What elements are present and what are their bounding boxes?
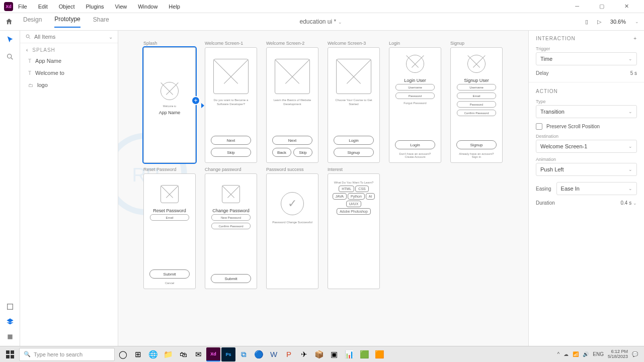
play-icon[interactable]: ▷ — [597, 19, 601, 25]
layers-search-input[interactable] — [34, 34, 109, 40]
taskbar-taskview-icon[interactable]: ⊞ — [131, 347, 145, 361]
tray-volume-icon[interactable]: 🔊 — [583, 351, 589, 357]
artboard-label[interactable]: Splash — [143, 41, 196, 46]
taskbar-store-icon[interactable]: 🛍 — [176, 347, 190, 361]
artboard-label[interactable]: Password success — [266, 167, 318, 172]
library-icon[interactable] — [6, 303, 14, 311]
delay-value[interactable]: 5 s — [630, 70, 637, 76]
taskbar-explorer-icon[interactable]: 📁 — [161, 347, 175, 361]
type-select[interactable]: Transition⌄ — [536, 105, 637, 118]
artboard[interactable]: Reset PasswordReset PasswordEmailSubmitC… — [143, 167, 196, 289]
artboard-label[interactable]: Change password — [205, 167, 257, 172]
menu-edit[interactable]: Edit — [38, 4, 48, 10]
home-icon[interactable] — [5, 18, 13, 26]
tab-share[interactable]: Share — [93, 16, 109, 27]
taskbar-chrome-icon[interactable]: 🔵 — [252, 347, 266, 361]
artboard-screen[interactable]: Choose Your Course to Get StartedLoginSi… — [328, 47, 380, 163]
artboard-label[interactable]: Welcome Screen-3 — [328, 41, 380, 46]
artboard-screen[interactable]: Login UserUsernamePasswordForgot Passwor… — [389, 47, 441, 163]
tray-clock[interactable]: 6:12 PM5/18/2023 — [608, 349, 628, 359]
artboard[interactable]: Change passwordChange PasswordNew Passwo… — [205, 167, 257, 289]
start-button[interactable] — [2, 347, 18, 361]
trigger-select[interactable]: Time⌄ — [536, 52, 637, 65]
tab-prototype[interactable]: Prototype — [54, 16, 80, 28]
tab-design[interactable]: Design — [23, 16, 42, 27]
layer-item[interactable]: TWelcome to — [20, 67, 118, 79]
plugins-icon[interactable] — [6, 333, 14, 341]
artboard-label[interactable]: Login — [389, 41, 441, 46]
artboard-screen[interactable]: ✓Password Change Successful — [266, 173, 318, 289]
taskbar-app-icon[interactable]: 🟩 — [357, 347, 371, 361]
taskbar-xd-icon[interactable]: Xd — [206, 347, 220, 361]
zoom-tool-icon[interactable] — [6, 53, 14, 61]
artboard[interactable]: InterestWhat Do You Want To Learn?HTMLCS… — [328, 167, 380, 289]
taskbar-cortana-icon[interactable]: ◯ — [116, 347, 130, 361]
menu-window[interactable]: Window — [138, 4, 157, 10]
tray-cloud-icon[interactable]: ☁ — [564, 351, 569, 357]
taskbar-app-icon[interactable]: 📊 — [342, 347, 356, 361]
artboard-screen[interactable]: Reset PasswordEmailSubmitCancel — [143, 173, 196, 289]
wire-field: Username — [457, 84, 496, 90]
placeholder-image-icon — [275, 59, 310, 94]
menu-object[interactable]: Object — [59, 4, 75, 10]
artboard-label[interactable]: Welcome Screen-2 — [266, 41, 318, 46]
taskbar-search[interactable]: 🔍Type here to search — [19, 348, 115, 361]
artboard[interactable]: SplashWelcome toApp Name+ — [143, 41, 196, 163]
taskbar-mail-icon[interactable]: ✉ — [191, 347, 205, 361]
menu-file[interactable]: File — [18, 4, 27, 10]
taskbar-ps-icon[interactable]: Ps — [221, 347, 235, 361]
filter-chevron-icon[interactable]: ⌄ — [109, 34, 113, 40]
taskbar-app-icon[interactable]: 📦 — [312, 347, 326, 361]
artboard[interactable]: LoginLogin UserUsernamePasswordForgot Pa… — [389, 41, 441, 163]
breadcrumb-back-icon[interactable]: ‹ — [26, 47, 28, 53]
artboard-label[interactable]: Signup — [450, 41, 503, 46]
prototype-connector-icon[interactable]: + — [191, 96, 200, 105]
artboard[interactable]: Welcome Screen-2Learn the Basics of Webs… — [266, 41, 318, 163]
minimize-icon[interactable]: ─ — [575, 3, 579, 10]
maximize-icon[interactable]: ▢ — [599, 3, 604, 10]
menu-plugins[interactable]: Plugins — [86, 4, 104, 10]
duration-value[interactable]: 0.4 s ⌄ — [621, 200, 637, 206]
artboard-screen[interactable]: Welcome toApp Name+ — [143, 47, 196, 163]
artboard[interactable]: Password success✓Password Change Success… — [266, 167, 318, 289]
zoom-chevron-icon[interactable]: ⌄ — [635, 19, 639, 24]
artboard-screen[interactable]: Learn the Basics of Website DevelopmentN… — [266, 47, 318, 163]
taskbar-edge-icon[interactable]: 🌐 — [146, 347, 160, 361]
artboard[interactable]: Welcome Screen-1Do you want to Become a … — [205, 41, 257, 163]
select-tool-icon[interactable] — [6, 36, 14, 44]
canvas[interactable]: RR SplashWelcome toApp Name+Welcome Scre… — [118, 31, 528, 346]
zoom-level[interactable]: 30.6% — [610, 19, 626, 25]
artboard[interactable]: Welcome Screen-3Choose Your Course to Ge… — [328, 41, 380, 163]
taskbar-app-icon[interactable]: ▣ — [327, 347, 341, 361]
animation-select[interactable]: Push Left⌄ — [536, 163, 637, 176]
breadcrumb[interactable]: ‹ SPLASH — [20, 43, 118, 55]
layers-icon[interactable] — [6, 318, 14, 326]
close-icon[interactable]: ✕ — [624, 3, 629, 10]
artboard-screen[interactable]: Signup UserUsernameEmailPasswordConfirm … — [450, 47, 503, 163]
artboard-label[interactable]: Interest — [328, 167, 380, 172]
artboard-screen[interactable]: Do you want to Become a Software Develop… — [205, 47, 257, 163]
destination-select[interactable]: Welcome Screen-1⌄ — [536, 140, 637, 153]
taskbar-vscode-icon[interactable]: ⧉ — [236, 347, 251, 361]
artboard-screen[interactable]: Change PasswordNew PasswordConfirm Passw… — [205, 173, 257, 289]
tray-notifications-icon[interactable]: 💬 — [632, 351, 638, 357]
taskbar-ppt-icon[interactable]: P — [282, 347, 296, 361]
tray-wifi-icon[interactable]: 📶 — [573, 351, 579, 357]
device-preview-icon[interactable]: ▯ — [585, 19, 588, 25]
menu-help[interactable]: Help — [169, 4, 180, 10]
artboard[interactable]: SignupSignup UserUsernameEmailPasswordCo… — [450, 41, 503, 163]
layer-item[interactable]: 🗀logo — [20, 79, 118, 91]
menu-view[interactable]: View — [115, 4, 127, 10]
artboard-label[interactable]: Welcome Screen-1 — [205, 41, 257, 46]
taskbar-word-icon[interactable]: W — [267, 347, 281, 361]
taskbar-app-icon[interactable]: 🟧 — [372, 347, 386, 361]
tray-chevron-icon[interactable]: ^ — [557, 351, 560, 357]
tray-lang-icon[interactable]: ENG — [593, 351, 604, 357]
system-tray[interactable]: ^ ☁ 📶 🔊 ENG 6:12 PM5/18/2023 💬 — [557, 349, 642, 359]
artboard-screen[interactable]: What Do You Want To Learn?HTMLCSSJAVAPyt… — [328, 173, 380, 289]
taskbar-app-icon[interactable]: ✈ — [297, 347, 311, 361]
easing-select[interactable]: Ease In⌄ — [556, 182, 637, 195]
add-interaction-icon[interactable]: + — [633, 36, 637, 41]
preserve-scroll-checkbox[interactable]: Preserve Scroll Position — [536, 123, 637, 130]
layer-item[interactable]: TApp Name — [20, 55, 118, 67]
